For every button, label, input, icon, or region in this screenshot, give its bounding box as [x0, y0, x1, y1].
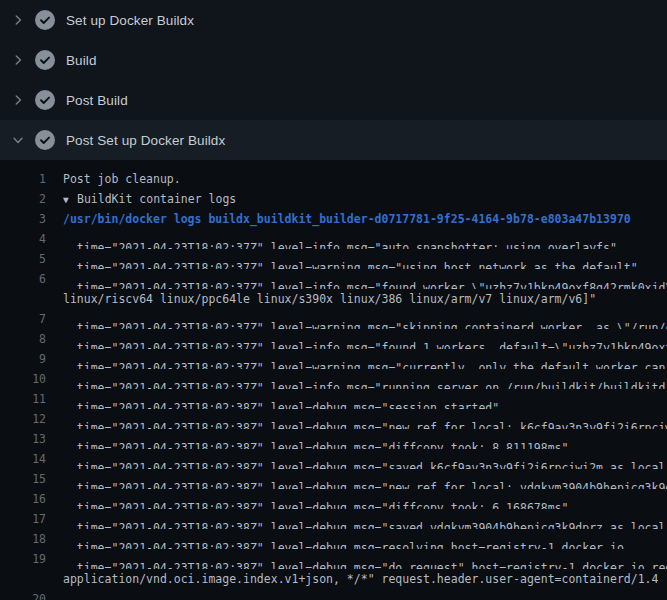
log-text: time="2021-04-23T18:02:38Z" level=debug … [63, 589, 667, 600]
log-text: time="2021-04-23T18:02:38Z" level=debug … [63, 489, 568, 509]
line-number[interactable]: 4 [0, 229, 46, 249]
log-viewer: 1Post job cleanup.2▼BuildKit container l… [0, 160, 667, 600]
log-line-continuation: application/vnd.oci.image.index.v1+json,… [0, 569, 667, 589]
line-number[interactable]: 13 [0, 429, 46, 449]
step-title: Post Set up Docker Buildx [66, 133, 225, 148]
log-group-toggle[interactable]: ▼BuildKit container logs [63, 189, 236, 209]
line-number[interactable]: 19 [0, 549, 46, 569]
log-line: 9 time="2021-04-23T18:02:37Z" level=warn… [0, 349, 667, 369]
step-list: Set up Docker BuildxBuildPost BuildPost … [0, 0, 667, 160]
log-line: 16 time="2021-04-23T18:02:38Z" level=deb… [0, 489, 667, 509]
line-number[interactable]: 16 [0, 489, 46, 509]
log-line: 18 time="2021-04-23T18:02:38Z" level=deb… [0, 529, 667, 549]
log-line: 3/usr/bin/docker logs buildx_buildkit_bu… [0, 209, 667, 229]
step-title: Set up Docker Buildx [66, 13, 194, 28]
line-number[interactable]: 3 [0, 209, 46, 229]
log-line: 17 time="2021-04-23T18:02:38Z" level=deb… [0, 509, 667, 529]
log-line: 10 time="2021-04-23T18:02:37Z" level=inf… [0, 369, 667, 389]
chevron-right-icon[interactable] [10, 52, 26, 68]
group-label: BuildKit container logs [77, 192, 236, 206]
log-text: time="2021-04-23T18:02:38Z" level=debug … [63, 529, 624, 549]
group-collapse-icon: ▼ [63, 190, 77, 209]
log-line: 1Post job cleanup. [0, 169, 667, 189]
log-line: 8 time="2021-04-23T18:02:37Z" level=info… [0, 329, 667, 349]
chevron-right-icon[interactable] [10, 12, 26, 28]
log-text: time="2021-04-23T18:02:38Z" level=debug … [63, 389, 499, 409]
line-number[interactable]: 2 [0, 189, 46, 209]
log-text: time="2021-04-23T18:02:37Z" level=info m… [63, 369, 667, 389]
log-line: 13 time="2021-04-23T18:02:38Z" level=deb… [0, 429, 667, 449]
log-text: time="2021-04-23T18:02:37Z" level=info m… [63, 329, 667, 349]
step-title: Build [66, 53, 97, 68]
log-line: 20 time="2021-04-23T18:02:38Z" level=deb… [0, 589, 667, 600]
log-lines: 1Post job cleanup.2▼BuildKit container l… [0, 169, 667, 600]
log-text: time="2021-04-23T18:02:37Z" level=warnin… [63, 309, 667, 329]
step-title: Post Build [66, 93, 128, 108]
log-text: Post job cleanup. [63, 169, 181, 189]
log-text: application/vnd.oci.image.index.v1+json,… [63, 569, 658, 589]
log-text: time="2021-04-23T18:02:37Z" level=info m… [63, 229, 617, 249]
check-circle-icon [35, 50, 55, 70]
line-number[interactable]: 7 [0, 309, 46, 329]
line-number[interactable]: 18 [0, 529, 46, 549]
line-number [0, 569, 46, 589]
log-line: 7 time="2021-04-23T18:02:37Z" level=warn… [0, 309, 667, 329]
log-text: time="2021-04-23T18:02:38Z" level=debug … [63, 449, 667, 469]
log-line: 4 time="2021-04-23T18:02:37Z" level=info… [0, 229, 667, 249]
log-line: 11 time="2021-04-23T18:02:38Z" level=deb… [0, 389, 667, 409]
line-number[interactable]: 10 [0, 369, 46, 389]
check-circle-icon [35, 10, 55, 30]
line-number[interactable]: 5 [0, 249, 46, 269]
check-circle-icon [35, 130, 55, 150]
log-text: time="2021-04-23T18:02:38Z" level=debug … [63, 509, 667, 529]
log-line-continuation: linux/riscv64 linux/ppc64le linux/s390x … [0, 289, 667, 309]
log-line: 5 time="2021-04-23T18:02:37Z" level=warn… [0, 249, 667, 269]
line-number[interactable]: 1 [0, 169, 46, 189]
log-text: time="2021-04-23T18:02:38Z" level=debug … [63, 409, 667, 429]
log-text: time="2021-04-23T18:02:37Z" level=warnin… [63, 349, 667, 369]
line-number[interactable]: 8 [0, 329, 46, 349]
log-line: 15 time="2021-04-23T18:02:38Z" level=deb… [0, 469, 667, 489]
log-line: 14 time="2021-04-23T18:02:38Z" level=deb… [0, 449, 667, 469]
line-number[interactable]: 12 [0, 409, 46, 429]
line-number[interactable]: 9 [0, 349, 46, 369]
line-number[interactable]: 14 [0, 449, 46, 469]
step-header-set-up-docker-buildx[interactable]: Set up Docker Buildx [0, 0, 667, 40]
step-header-post-set-up-docker-buildx[interactable]: Post Set up Docker Buildx [0, 120, 667, 160]
step-header-post-build[interactable]: Post Build [0, 80, 667, 120]
line-number [0, 289, 46, 309]
line-number[interactable]: 20 [0, 589, 46, 600]
check-circle-icon [35, 90, 55, 110]
line-number[interactable]: 6 [0, 269, 46, 289]
log-text: time="2021-04-23T18:02:38Z" level=debug … [63, 429, 568, 449]
chevron-down-icon[interactable] [10, 132, 26, 148]
log-line: 12 time="2021-04-23T18:02:38Z" level=deb… [0, 409, 667, 429]
log-command-text: /usr/bin/docker logs buildx_buildkit_bui… [63, 209, 631, 229]
log-line: 6 time="2021-04-23T18:02:37Z" level=info… [0, 269, 667, 289]
chevron-right-icon[interactable] [10, 92, 26, 108]
log-text: time="2021-04-23T18:02:38Z" level=debug … [63, 469, 667, 489]
line-number[interactable]: 15 [0, 469, 46, 489]
line-number[interactable]: 17 [0, 509, 46, 529]
log-line: 2▼BuildKit container logs [0, 189, 667, 209]
log-text: time="2021-04-23T18:02:37Z" level=warnin… [63, 249, 638, 269]
log-text: time="2021-04-23T18:02:37Z" level=info m… [63, 269, 667, 289]
line-number[interactable]: 11 [0, 389, 46, 409]
step-header-build[interactable]: Build [0, 40, 667, 80]
log-line: 19 time="2021-04-23T18:02:38Z" level=deb… [0, 549, 667, 569]
log-text: linux/riscv64 linux/ppc64le linux/s390x … [63, 289, 596, 309]
log-text: time="2021-04-23T18:02:38Z" level=debug … [63, 549, 667, 569]
